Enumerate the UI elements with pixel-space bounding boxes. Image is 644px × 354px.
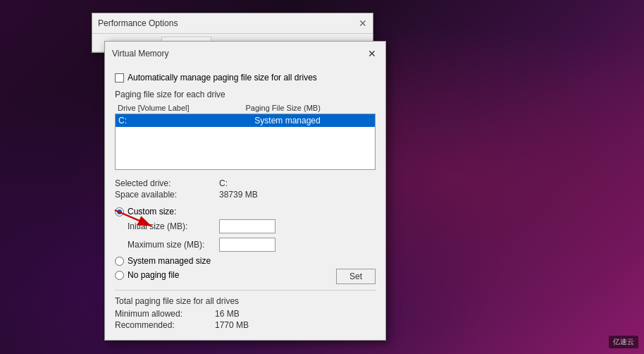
system-managed-label: System managed size [128,256,211,266]
total-paging-label: Total paging file size for all drives [115,296,376,306]
col-drive: Drive [Volume Label] [118,104,190,112]
space-available-label: Space available: [115,190,213,200]
drive-info: Selected drive: C: Space available: 3873… [115,178,376,200]
min-allowed-label: Minimum allowed: [115,309,213,319]
no-paging-set-row: No paging file Set [115,269,376,284]
no-paging-label: No paging file [128,270,179,280]
vm-content: Automatically manage paging file size fo… [105,66,385,340]
drive-letter: C: [118,116,203,126]
drive-list[interactable]: C: System managed [115,114,376,170]
paging-section-label: Paging file size for each drive [115,90,376,99]
system-managed-radio[interactable] [115,257,124,266]
total-paging-section: Total paging file size for all drives Mi… [115,296,376,330]
auto-manage-checkbox[interactable] [115,73,124,83]
svg-line-1 [115,210,151,226]
max-size-input[interactable] [219,238,275,252]
vm-close-button[interactable]: ✕ [366,47,378,60]
recommended-label: Recommended: [115,320,213,330]
drive-row[interactable]: C: System managed [116,114,375,127]
no-paging-radio[interactable] [115,271,124,280]
space-available-value: 38739 MB [219,190,376,200]
drive-paging-size: System managed [203,116,372,126]
perf-options-titlebar: Performance Options ✕ [92,13,373,34]
selected-drive-label: Selected drive: [115,178,213,188]
min-allowed-value: 16 MB [215,309,376,319]
selected-drive-value: C: [219,178,376,188]
auto-manage-row: Automatically manage paging file size fo… [115,73,376,83]
no-paging-row[interactable]: No paging file [115,270,179,280]
max-size-row: Maximum size (MB): [115,238,376,252]
auto-manage-label: Automatically manage paging file size fo… [128,73,317,83]
vm-titlebar: Virtual Memory ✕ [105,42,385,66]
initial-size-input[interactable] [219,219,275,233]
perf-options-title: Performance Options [98,18,178,28]
perf-options-close[interactable]: ✕ [359,18,367,29]
arrow-indicator [109,205,166,233]
total-grid: Minimum allowed: 16 MB Recommended: 1770… [115,309,376,330]
drive-table-header: Drive [Volume Label] Paging File Size (M… [115,102,376,114]
col-size: Paging File Size (MB) [246,104,321,112]
set-button[interactable]: Set [336,269,376,284]
watermark: 亿速云 [609,336,638,348]
vm-title: Virtual Memory [112,49,168,59]
system-managed-row[interactable]: System managed size [115,256,376,266]
divider [115,290,376,291]
max-size-label: Maximum size (MB): [128,240,219,250]
recommended-value: 1770 MB [215,320,376,330]
vm-dialog: Virtual Memory ✕ Automatically manage pa… [104,41,386,341]
